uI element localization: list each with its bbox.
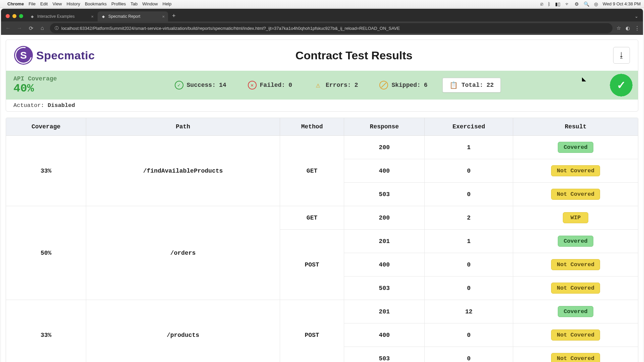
errors-icon: ⚠ xyxy=(314,81,322,89)
minimize-window-icon[interactable] xyxy=(12,14,16,18)
window-controls[interactable] xyxy=(4,14,26,21)
stat-value: 22 xyxy=(486,82,494,88)
cell-result: Not Covered xyxy=(513,347,638,362)
result-pill: Not Covered xyxy=(551,329,600,341)
close-tab-icon[interactable]: × xyxy=(91,14,94,19)
mac-menubar: Chrome FileEditViewHistoryBookmarksProfi… xyxy=(0,0,644,8)
new-tab-button[interactable]: + xyxy=(169,12,179,21)
url-bar[interactable]: ⓘ localhost:63342/PlatformSummit2024/sma… xyxy=(50,23,612,33)
column-header[interactable]: Response xyxy=(344,118,425,136)
column-header[interactable]: Exercised xyxy=(425,118,513,136)
stat-total: 📋 Total: 22 xyxy=(442,78,501,93)
extension-icon[interactable]: ◐ xyxy=(626,25,630,31)
menu-item[interactable]: View xyxy=(52,1,62,6)
cell-exercised: 0 xyxy=(425,277,513,300)
result-pill: Not Covered xyxy=(551,283,600,294)
app-name[interactable]: Chrome xyxy=(7,1,24,6)
maximize-window-icon[interactable] xyxy=(19,14,23,18)
menu-item[interactable]: Window xyxy=(142,1,158,6)
browser-tab[interactable]: ◆Interactive Examples× xyxy=(26,11,97,21)
column-header[interactable]: Method xyxy=(280,118,344,136)
logo-mark-icon: S xyxy=(14,46,33,65)
close-window-icon[interactable] xyxy=(6,14,10,18)
cell-path: /orders xyxy=(86,206,280,300)
cell-exercised: 1 xyxy=(425,136,513,159)
brand-logo: S Specmatic xyxy=(14,46,95,65)
reload-button-icon[interactable]: ⟳ xyxy=(27,25,35,32)
menu-item[interactable]: File xyxy=(29,1,36,6)
stat-value: 0 xyxy=(288,82,292,88)
cell-result: Covered xyxy=(513,136,638,159)
wifi-icon[interactable]: ᯤ xyxy=(565,1,570,7)
cell-method: GET xyxy=(280,206,344,230)
column-header[interactable]: Coverage xyxy=(6,118,86,136)
spotlight-icon[interactable]: 🔍 xyxy=(584,1,589,7)
back-button-icon[interactable]: ← xyxy=(4,25,12,31)
brand-name: Specmatic xyxy=(36,49,95,62)
cell-result: Not Covered xyxy=(513,253,638,277)
chrome-toolbar: ← → ⟳ ⌂ ⓘ localhost:63342/PlatformSummit… xyxy=(1,21,643,35)
forward-button-icon[interactable]: → xyxy=(16,25,23,31)
chrome-menu-icon[interactable]: ⋮ xyxy=(635,25,640,31)
success-icon: ✓ xyxy=(175,81,183,89)
cell-result: Not Covered xyxy=(513,159,638,183)
menu-item[interactable]: History xyxy=(66,1,80,6)
cell-response: 201 xyxy=(344,230,425,253)
column-header[interactable]: Path xyxy=(86,118,280,136)
cell-exercised: 0 xyxy=(425,253,513,277)
overall-pass-badge-icon: ✓ xyxy=(612,76,631,95)
url-text: localhost:63342/PlatformSummit2024/smart… xyxy=(61,26,400,31)
result-pill: Covered xyxy=(558,142,593,153)
table-row: 33%/findAvailableProductsGET2001Covered xyxy=(6,136,638,159)
result-pill: Not Covered xyxy=(551,189,600,200)
stat-failed: ✕ Failed: 0 xyxy=(241,78,299,93)
cell-exercised: 0 xyxy=(425,183,513,206)
bluetooth-icon[interactable]: ᛒ xyxy=(548,1,550,7)
result-pill: Not Covered xyxy=(551,259,600,270)
menu-item[interactable]: Tab xyxy=(130,1,138,6)
cell-path: /findAvailableProducts xyxy=(86,136,280,206)
cell-exercised: 2 xyxy=(425,206,513,230)
menu-item[interactable]: Profiles xyxy=(111,1,126,6)
clock[interactable]: Wed 9 Oct 4:38 PM xyxy=(603,1,641,6)
stats-row: ✓ Success: 14 ✕ Failed: 0 ⚠ Errors: 2 Sk… xyxy=(70,78,598,93)
cell-response: 200 xyxy=(344,136,425,159)
column-header[interactable]: Result xyxy=(513,118,638,136)
skipped-icon xyxy=(379,81,388,89)
total-icon: 📋 xyxy=(449,81,458,89)
result-pill: Not Covered xyxy=(551,353,600,362)
site-info-icon[interactable]: ⓘ xyxy=(55,25,59,31)
menu-item[interactable]: Bookmarks xyxy=(85,1,107,6)
cell-exercised: 12 xyxy=(425,300,513,323)
airplay-icon[interactable]: ⎚ xyxy=(540,1,543,7)
stat-value: 2 xyxy=(355,82,358,88)
cell-coverage: 33% xyxy=(6,300,86,362)
cell-method: POST xyxy=(280,300,344,362)
chrome-window: ◆Interactive Examples×◆Specmatic Report×… xyxy=(1,9,643,362)
cell-method: POST xyxy=(280,230,344,300)
bookmark-star-icon[interactable]: ☆ xyxy=(616,25,621,31)
stat-success: ✓ Success: 14 xyxy=(168,78,233,93)
cell-method: GET xyxy=(280,136,344,206)
cell-exercised: 0 xyxy=(425,323,513,347)
table-row: 50%/ordersGET2002WIP xyxy=(6,206,638,230)
menu-item[interactable]: Edit xyxy=(40,1,48,6)
result-pill: WIP xyxy=(563,212,589,223)
home-button-icon[interactable]: ⌂ xyxy=(39,25,46,31)
chrome-tab-overflow-icon[interactable]: ⌄ xyxy=(630,14,643,21)
download-button[interactable]: ⭳ xyxy=(613,47,630,64)
siri-icon[interactable]: ◎ xyxy=(594,1,598,7)
failed-icon: ✕ xyxy=(248,81,257,89)
result-pill: Covered xyxy=(558,236,593,247)
stat-skipped: Skipped: 6 xyxy=(373,78,434,93)
cell-coverage: 50% xyxy=(6,206,86,300)
cell-response: 503 xyxy=(344,347,425,362)
control-center-icon[interactable]: ⚙ xyxy=(575,1,579,7)
cell-result: Not Covered xyxy=(513,183,638,206)
menu-item[interactable]: Help xyxy=(163,1,172,6)
browser-tab[interactable]: ◆Specmatic Report× xyxy=(98,11,168,21)
close-tab-icon[interactable]: × xyxy=(162,14,165,19)
cell-response: 400 xyxy=(344,323,425,347)
battery-icon[interactable]: ▮▯ xyxy=(555,1,560,7)
download-icon: ⭳ xyxy=(618,51,625,60)
